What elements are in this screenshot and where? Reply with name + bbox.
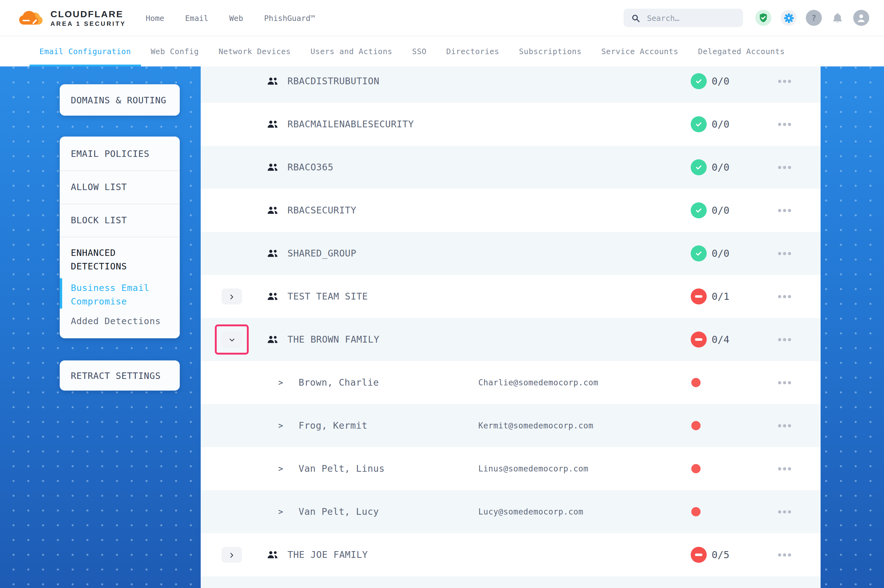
- tab-email-configuration[interactable]: Email Configuration: [30, 36, 141, 66]
- member-email: Linus@somedemocorp.com: [478, 464, 588, 473]
- status-dot-badge: [691, 378, 701, 387]
- table-row-partial: [201, 576, 821, 588]
- member-chevron-icon[interactable]: >: [278, 507, 283, 516]
- search-box[interactable]: [624, 9, 743, 27]
- table-row-group: RBACMAILENABLESECURITY0/0: [201, 103, 821, 146]
- settings-gear-icon[interactable]: [780, 10, 797, 26]
- table-row-group: SHARED_GROUP0/0: [201, 232, 821, 275]
- row-actions-menu-icon[interactable]: [778, 424, 791, 427]
- tab-web-config[interactable]: Web Config: [141, 36, 209, 66]
- active-item-indicator: [60, 278, 62, 309]
- status-check-badge: [691, 159, 707, 175]
- member-email: Lucy@somedemocorp.com: [478, 507, 583, 516]
- member-chevron-icon[interactable]: >: [278, 421, 283, 430]
- divider: [60, 204, 180, 204]
- top-nav-web[interactable]: Web: [229, 13, 243, 22]
- member-name: Van Pelt, Linus: [299, 463, 385, 474]
- sidebar-item-retract-settings[interactable]: RETRACT SETTINGS: [60, 360, 180, 391]
- sidebar-item-enhanced-detections[interactable]: ENHANCED DETECTIONS: [71, 247, 169, 273]
- status-minus-badge: [691, 288, 707, 304]
- table-row-group: RBACO3650/0: [201, 146, 821, 189]
- tab-delegated-accounts[interactable]: Delegated Accounts: [688, 36, 795, 66]
- app-window: CLOUDFLARE AREA 1 SECURITY HomeEmailWebP…: [0, 0, 884, 588]
- collapse-group-button[interactable]: [222, 332, 242, 348]
- row-actions-menu-icon[interactable]: [778, 338, 791, 341]
- member-email: Kermit@somedemocorp.com: [478, 421, 594, 430]
- tab-sso[interactable]: SSO: [402, 36, 436, 66]
- expand-group-button[interactable]: [222, 288, 242, 304]
- sidebar-item-allow-list[interactable]: ALLOW LIST: [71, 182, 127, 192]
- table-row-group: RBACDISTRUBUTION0/0: [201, 66, 821, 103]
- table-row-group: TEST TEAM SITE0/1: [201, 275, 821, 318]
- table-row-member: >Van Pelt, LinusLinus@somedemocorp.com: [201, 447, 821, 490]
- chevron-down-icon: [228, 336, 236, 344]
- row-actions-menu-icon[interactable]: [778, 381, 791, 384]
- tab-subscriptions[interactable]: Subscriptions: [509, 36, 591, 66]
- tab-service-accounts[interactable]: Service Accounts: [591, 36, 688, 66]
- row-actions-menu-icon[interactable]: [778, 295, 791, 298]
- tab-directories[interactable]: Directories: [436, 36, 509, 66]
- row-actions-menu-icon[interactable]: [778, 80, 791, 83]
- status-minus-badge: [691, 547, 707, 563]
- shield-check-icon[interactable]: [755, 10, 771, 26]
- row-actions-menu-icon[interactable]: [778, 166, 791, 169]
- search-input[interactable]: [646, 13, 736, 23]
- top-nav-email[interactable]: Email: [185, 13, 208, 22]
- sidebar-item-business-email-compromise[interactable]: Business Email Compromise: [71, 282, 169, 308]
- group-name: RBACDISTRUBUTION: [287, 76, 379, 87]
- status-dot-badge: [691, 464, 701, 473]
- member-chevron-icon[interactable]: >: [278, 378, 283, 387]
- status-dot-badge: [691, 507, 701, 516]
- table-row-member: >Frog, KermitKermit@somedemocorp.com: [201, 404, 821, 447]
- sidebar-label: DOMAINS & ROUTING: [71, 95, 166, 105]
- member-email: Charlie@somedemocorp.com: [478, 378, 598, 387]
- status-check-badge: [691, 73, 707, 89]
- notifications-bell-icon[interactable]: [831, 11, 844, 24]
- cloudflare-logo[interactable]: CLOUDFLARE AREA 1 SECURITY: [17, 9, 126, 27]
- group-name: TEST TEAM SITE: [287, 291, 368, 302]
- row-actions-menu-icon[interactable]: [778, 209, 791, 212]
- minus-icon: [695, 295, 702, 297]
- chevron-right-icon: [228, 292, 236, 300]
- help-icon[interactable]: ?: [806, 10, 822, 26]
- brand-subtitle: AREA 1 SECURITY: [51, 20, 126, 27]
- member-chevron-icon[interactable]: >: [278, 464, 283, 473]
- sidebar-item-email-policies[interactable]: EMAIL POLICIES: [71, 149, 150, 159]
- status-dot-badge: [691, 421, 701, 430]
- expand-group-button[interactable]: [222, 547, 242, 563]
- member-count: 0/0: [712, 162, 729, 173]
- sidebar-item-added-detections[interactable]: Added Detections: [71, 316, 161, 326]
- search-icon: [631, 13, 640, 22]
- groups-table: RBACDISTRUBUTION0/0RBACMAILENABLESECURIT…: [201, 66, 821, 588]
- row-actions-menu-icon[interactable]: [778, 123, 791, 126]
- member-count: 0/1: [712, 291, 729, 302]
- account-avatar-icon[interactable]: [853, 10, 869, 26]
- brand-name: CLOUDFLARE: [51, 9, 126, 18]
- row-actions-menu-icon[interactable]: [778, 468, 791, 470]
- chevron-right-icon: [228, 551, 236, 559]
- member-name: Frog, Kermit: [299, 420, 367, 431]
- sidebar-item-domains-routing[interactable]: DOMAINS & ROUTING: [60, 84, 180, 116]
- group-name: THE BROWN FAMILY: [287, 334, 379, 345]
- status-check-badge: [691, 245, 707, 261]
- group-people-icon: [267, 550, 278, 559]
- status-minus-badge: [691, 332, 707, 348]
- top-nav-home[interactable]: Home: [146, 13, 164, 22]
- member-count: 0/5: [712, 549, 729, 561]
- tab-network-devices[interactable]: Network Devices: [209, 36, 301, 66]
- divider: [60, 237, 180, 237]
- group-people-icon: [267, 163, 278, 172]
- row-actions-menu-icon[interactable]: [778, 252, 791, 255]
- group-people-icon: [267, 77, 278, 86]
- row-actions-menu-icon[interactable]: [778, 510, 791, 513]
- top-nav-phishguard[interactable]: PhishGuard™: [264, 13, 315, 22]
- member-count: 0/4: [712, 334, 729, 345]
- cloudflare-cloud-icon: [17, 9, 45, 27]
- status-check-badge: [691, 202, 707, 218]
- group-people-icon: [267, 292, 278, 301]
- tab-users-and-actions[interactable]: Users and Actions: [301, 36, 402, 66]
- sidebar-item-block-list[interactable]: BLOCK LIST: [71, 215, 127, 225]
- table-row-group: THE BROWN FAMILY0/4: [201, 318, 821, 361]
- header-icons: ?: [755, 10, 869, 26]
- row-actions-menu-icon[interactable]: [778, 554, 791, 556]
